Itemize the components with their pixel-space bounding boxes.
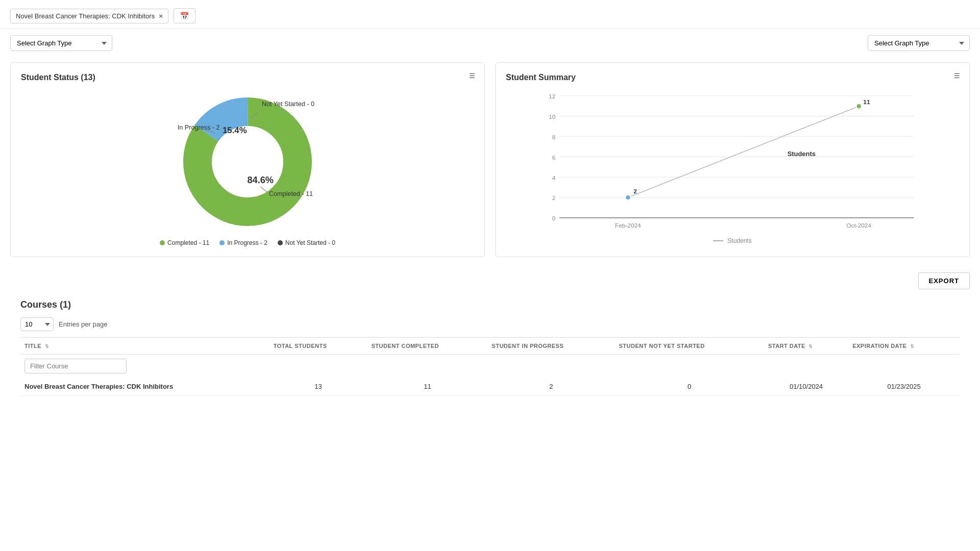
inprogress-outside-label: In Progress - 2 [178,124,220,131]
col-expiration-date[interactable]: EXPIRATION DATE ⇅ [848,338,960,355]
row-student-in-progress: 2 [487,378,615,396]
filter-tag-text: Novel Breast Cancer Therapies: CDK Inhib… [16,12,155,20]
pagination-row: 10 25 50 100 Entries per page [10,317,970,337]
svg-line-3 [260,187,267,192]
point-oct [856,104,862,109]
col-total-students: TOTAL STUDENTS [270,338,368,355]
x-label-feb: Feb-2024 [615,222,641,229]
left-graph-type-select[interactable]: Select Graph Type Pie Chart Bar Chart [10,35,112,51]
row-student-not-started: 0 [615,378,764,396]
filter-tag[interactable]: Novel Breast Cancer Therapies: CDK Inhib… [10,9,168,23]
col-student-not-started: STUDENT NOT YET STARTED [615,338,764,355]
x-label-oct: Oct-2024 [846,222,871,229]
courses-table-wrapper: TITLE ⇅ TOTAL STUDENTS STUDENT COMPLETED… [10,337,970,396]
inprogress-percent-label: 15.4% [223,126,247,135]
table-header-row: TITLE ⇅ TOTAL STUDENTS STUDENT COMPLETED… [20,338,960,355]
per-page-select[interactable]: 10 25 50 100 [20,317,54,331]
legend-completed-dot [160,240,165,245]
y-label-12: 12 [549,93,555,100]
student-status-menu-icon[interactable]: ☰ [469,72,475,80]
close-filter-icon[interactable]: × [159,12,163,20]
col-student-in-progress: STUDENT IN PROGRESS [487,338,615,355]
top-bar: Novel Breast Cancer Therapies: CDK Inhib… [0,0,980,29]
line-segment [628,106,859,197]
donut-container: 84.6% 15.4% Not Yet Started - 0 In Progr… [21,90,474,246]
student-summary-card: Student Summary ☰ 12 10 8 6 4 2 0 [495,62,970,257]
y-label-6: 6 [552,154,556,161]
filter-row [20,355,960,378]
calendar-button[interactable]: 📅 [174,8,195,23]
filter-course-input[interactable] [24,359,127,373]
row-expiration-date: 01/23/2025 [848,378,960,396]
legend-notstarted-label: Not Yet Started - 0 [285,239,335,246]
point-feb-label: 2 [633,188,637,195]
start-date-sort-icon: ⇅ [808,344,813,349]
col-start-date[interactable]: START DATE ⇅ [764,338,848,355]
point-feb [625,195,631,201]
col-student-completed: STUDENT COMPLETED [367,338,487,355]
per-page-label: Entries per page [59,320,107,328]
row-title: Novel Breast Cancer Therapies: CDK Inhib… [20,378,270,396]
line-chart-svg: 12 10 8 6 4 2 0 [506,90,959,233]
y-label-8: 8 [552,134,556,141]
y-label-0: 0 [552,215,556,222]
legend-notstarted-dot [278,240,283,245]
line-legend-label: Students [727,237,751,244]
student-summary-title: Student Summary [506,73,959,82]
line-chart-legend: Students [506,237,959,244]
row-start-date: 01/10/2024 [764,378,848,396]
donut-svg: 84.6% 15.4% Not Yet Started - 0 In Progr… [176,90,319,233]
line-chart-container: 12 10 8 6 4 2 0 [506,90,959,233]
y-label-10: 10 [549,113,556,120]
donut-wrapper: 84.6% 15.4% Not Yet Started - 0 In Progr… [176,90,319,233]
legend-line-dash [713,240,723,241]
legend-inprogress: In Progress - 2 [219,239,267,246]
legend-notstarted: Not Yet Started - 0 [278,239,335,246]
legend-completed: Completed - 11 [160,239,209,246]
expiration-date-sort-icon: ⇅ [910,344,915,349]
legend-inprogress-label: In Progress - 2 [227,239,267,246]
student-status-title: Student Status (13) [21,73,474,82]
y-label-4: 4 [552,174,556,182]
right-graph-type-select[interactable]: Select Graph Type Line Chart Bar Chart [868,35,970,51]
not-yet-started-outside-label: Not Yet Started - 0 [262,101,314,108]
col-title[interactable]: TITLE ⇅ [20,338,270,355]
charts-row: Student Status (13) ☰ [0,57,980,267]
export-row: EXPORT [0,267,980,294]
completed-outside-label: Completed - 11 [269,190,313,197]
courses-title: Courses (1) [10,299,970,317]
row-student-completed: 11 [367,378,487,396]
row-total-students: 13 [270,378,368,396]
table-row: Novel Breast Cancer Therapies: CDK Inhib… [20,378,960,396]
courses-table: TITLE ⇅ TOTAL STUDENTS STUDENT COMPLETED… [20,337,960,396]
completed-percent-label: 84.6% [247,175,274,185]
export-button[interactable]: EXPORT [918,272,970,289]
student-summary-menu-icon[interactable]: ☰ [954,72,960,80]
point-oct-label: 11 [863,98,870,106]
title-sort-icon: ⇅ [45,344,50,349]
calendar-icon: 📅 [180,12,189,20]
students-line-label: Students [788,150,816,158]
graph-type-selects-row: Select Graph Type Pie Chart Bar Chart Se… [0,29,980,57]
student-status-card: Student Status (13) ☰ [10,62,485,257]
legend-completed-label: Completed - 11 [167,239,209,246]
legend-inprogress-dot [219,240,225,245]
donut-legend: Completed - 11 In Progress - 2 Not Yet S… [160,239,335,246]
courses-section: Courses (1) 10 25 50 100 Entries per pag… [0,294,980,401]
y-label-2: 2 [552,194,556,202]
